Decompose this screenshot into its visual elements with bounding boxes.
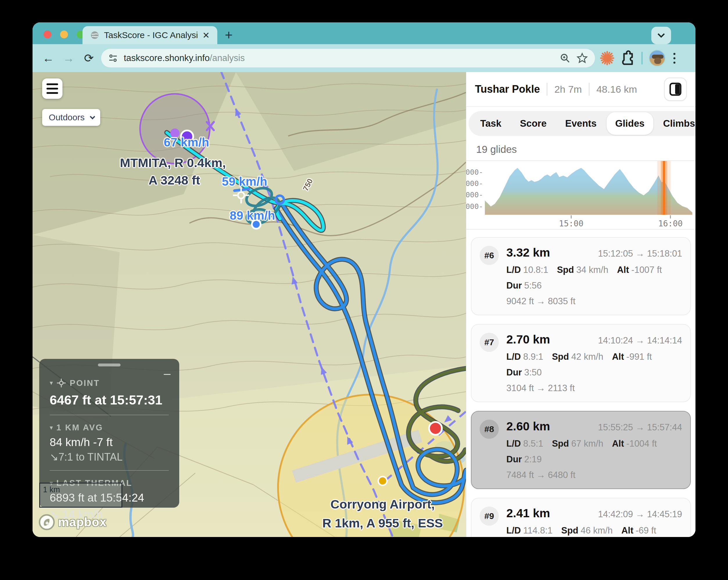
minimize-window-button[interactable]: [60, 30, 68, 39]
point-value: 6467 ft at 15:57:31: [50, 393, 169, 408]
map-menu-button[interactable]: [42, 78, 62, 99]
y-axis-tick: 2000-: [466, 202, 483, 211]
forward-button[interactable]: →: [60, 50, 77, 66]
map-scale-bar: 1 km: [39, 483, 122, 508]
spd-value: 34 km/h: [576, 265, 608, 275]
point-section-header[interactable]: ▾ POINT: [50, 378, 169, 388]
ld-value: 8.9:1: [523, 352, 543, 362]
scale-label: 1 km: [43, 485, 60, 494]
ld-value: 8.5:1: [523, 438, 543, 449]
alt-value: -1007 ft: [631, 265, 662, 275]
speed-label-67: 67 km/h: [164, 135, 209, 149]
landing-dot[interactable]: [429, 422, 442, 435]
tab-glides[interactable]: Glides: [606, 112, 653, 135]
chevron-down-icon: [657, 30, 665, 38]
profile-avatar[interactable]: [649, 50, 665, 66]
dur-label: Dur: [506, 367, 522, 377]
drag-handle[interactable]: [98, 363, 121, 367]
glide-altitudes: 7484 ft → 6480 ft: [506, 470, 682, 480]
dur-label: Dur: [506, 280, 522, 291]
ld-label: L/D: [506, 352, 521, 362]
glide-card-selected[interactable]: #8 2.60 km 15:55:25 → 15:57:44 L/D8.5:1 …: [471, 411, 691, 489]
glide-distance: 2.41 km: [506, 506, 550, 520]
elevation-chart[interactable]: 8000-6000-4000-2000-15:0016:00: [466, 160, 696, 230]
alt-label: Alt: [612, 438, 624, 449]
menu-kebab-icon[interactable]: [669, 53, 679, 64]
glide-time-range: 15:12:05 → 15:18:01: [598, 248, 682, 259]
bookmark-star-icon[interactable]: [576, 52, 588, 64]
hamburger-icon: [47, 83, 58, 85]
browser-titlebar: TaskScore - IGC Analysis ✕ +: [32, 22, 696, 44]
close-tab-icon[interactable]: ✕: [203, 30, 210, 41]
ld-value: 114.8:1: [523, 525, 552, 535]
glide-time-range: 14:10:24 → 14:14:14: [598, 335, 682, 346]
reload-button[interactable]: ⟳: [81, 50, 97, 66]
ld-value: 10.8:1: [523, 265, 548, 275]
selected-glide-highlight: [663, 161, 665, 215]
glide-card[interactable]: #6 3.32 km 15:12:05 → 15:18:01 L/D10.8:1…: [471, 237, 691, 315]
dur-value: 5:56: [524, 280, 542, 291]
glide-time-range: 15:55:25 → 15:57:44: [598, 422, 682, 433]
tab-events[interactable]: Events: [556, 112, 605, 135]
caret-down-icon[interactable]: ▾: [50, 424, 53, 431]
glide-card[interactable]: #7 2.70 km 14:10:24 → 14:14:14 L/D8.9:1 …: [471, 324, 691, 402]
address-bar[interactable]: taskscore.shonky.info/analysis: [101, 49, 595, 68]
mapbox-wordmark: mapbox: [58, 515, 107, 529]
zoom-page-icon[interactable]: [560, 53, 571, 64]
analysis-sidebar: Tushar Pokle 2h 7m 48.16 km Task Score E…: [466, 72, 696, 537]
waypoint-label-airport: Corryong Airport,: [330, 497, 435, 511]
spd-label: Spd: [552, 352, 569, 362]
y-axis-tick: 6000-: [466, 179, 483, 188]
crosshair-icon: [56, 378, 66, 388]
alt-value: -991 ft: [626, 352, 652, 362]
divider: [50, 415, 169, 415]
new-tab-button[interactable]: +: [225, 27, 233, 43]
spd-label: Spd: [557, 265, 574, 275]
window-controls: [44, 30, 84, 39]
waypoint-label-airport-detail: R 1km, A 955 ft, ESS: [322, 516, 443, 530]
glide-card[interactable]: #9 2.41 km 14:42:09 → 14:45:19 L/D114.8:…: [471, 498, 691, 537]
flight-distance: 48.16 km: [596, 84, 637, 95]
pilot-name: Tushar Pokle: [475, 83, 540, 95]
glide-number-badge: #6: [479, 246, 499, 265]
collapse-panel-button[interactable]: –: [164, 371, 171, 376]
ess-dot[interactable]: [378, 477, 387, 485]
site-settings-icon[interactable]: [108, 53, 118, 63]
glide-distance: 2.70 km: [506, 333, 550, 346]
divider: [547, 83, 547, 96]
mapbox-attribution[interactable]: mapbox: [38, 514, 107, 531]
glide-altitudes: 3104 ft → 2113 ft: [506, 383, 682, 394]
tab-score[interactable]: Score: [511, 112, 555, 135]
y-axis-tick: 4000-: [466, 191, 483, 199]
point-label: POINT: [70, 378, 100, 388]
analysis-tabs: Task Score Events Glides Climbs Sinks: [469, 111, 696, 136]
url-host: taskscore.shonky.info: [124, 53, 210, 63]
spd-label: Spd: [552, 438, 569, 449]
spd-value: 46 km/h: [581, 525, 613, 535]
y-axis-tick: 8000-: [466, 168, 483, 176]
avg-section-header[interactable]: ▾ 1 KM AVG: [50, 423, 169, 432]
url-text[interactable]: taskscore.shonky.info/analysis: [124, 53, 554, 64]
extension-starburst-icon[interactable]: [599, 50, 615, 66]
chevron-down-icon: [90, 114, 95, 119]
speed-label-59: 59 km/h: [222, 175, 267, 188]
map-style-value: Outdoors: [49, 112, 84, 122]
tab-climbs[interactable]: Climbs: [654, 112, 696, 135]
tab-search-button[interactable]: [651, 27, 671, 44]
glide-list: #6 3.32 km 15:12:05 → 15:18:01 L/D10.8:1…: [466, 230, 696, 537]
alt-label: Alt: [612, 352, 624, 362]
close-window-button[interactable]: [44, 30, 51, 39]
tab-title: TaskScore - IGC Analysis: [104, 30, 198, 40]
tab-task[interactable]: Task: [471, 112, 510, 135]
url-path: /analysis: [210, 53, 245, 63]
flight-map[interactable]: 67 km/h MTMITA, R 0.4km, A 3248 ft 59 km…: [32, 72, 466, 537]
ld-label: L/D: [506, 525, 521, 535]
toolbar-divider: [642, 52, 643, 65]
toggle-panel-button[interactable]: [664, 78, 687, 101]
browser-tab[interactable]: TaskScore - IGC Analysis ✕: [82, 26, 217, 44]
back-button[interactable]: ←: [40, 50, 56, 66]
caret-down-icon[interactable]: ▾: [50, 379, 53, 387]
dur-label: Dur: [506, 454, 522, 464]
extensions-puzzle-icon[interactable]: [619, 50, 635, 66]
map-style-selector[interactable]: Outdoors: [42, 109, 100, 126]
